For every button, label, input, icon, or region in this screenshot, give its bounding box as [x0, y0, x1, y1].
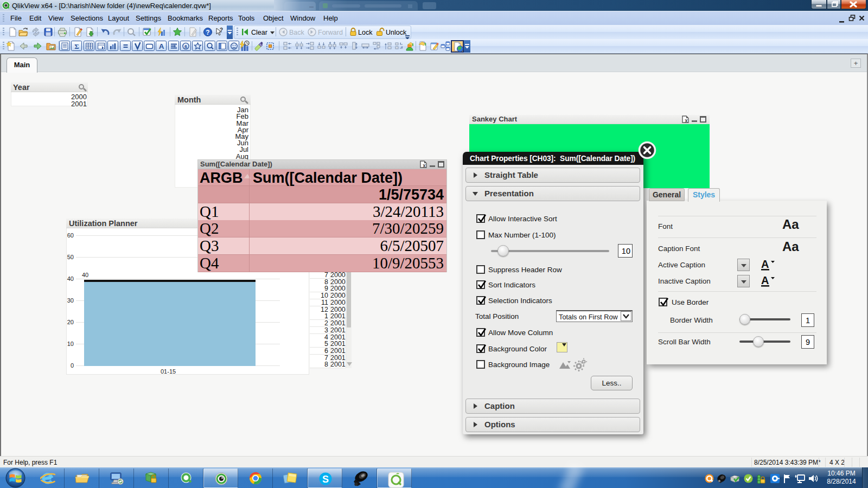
svg-text:Σ: Σ: [74, 42, 79, 50]
svg-text:6: 6: [184, 44, 187, 49]
svg-text:?: ?: [206, 29, 209, 36]
svg-text:A: A: [159, 42, 164, 50]
svg-text:A: A: [761, 274, 769, 286]
svg-text:x: x: [685, 118, 688, 123]
svg-text:S: S: [322, 474, 329, 485]
svg-text:x: x: [423, 163, 426, 168]
svg-text:A: A: [761, 258, 769, 270]
svg-text:?: ?: [220, 27, 223, 33]
